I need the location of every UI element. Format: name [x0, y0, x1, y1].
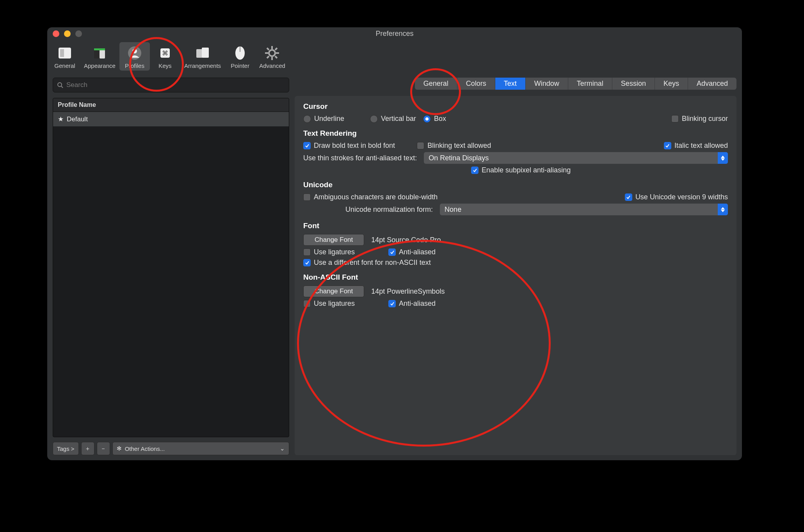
tab-advanced[interactable]: Advanced: [688, 78, 736, 90]
toolbar-item-profiles[interactable]: Profiles: [119, 42, 150, 71]
tab-window[interactable]: Window: [526, 78, 568, 90]
svg-line-19: [275, 56, 277, 58]
font-ligatures-checkbox[interactable]: Use ligatures: [303, 248, 355, 256]
toolbar-label: Keys: [158, 62, 171, 69]
thin-strokes-label: Use thin strokes for anti-aliased text:: [303, 154, 417, 162]
text-panel: Cursor Underline Vertical bar Box Blinki…: [295, 96, 736, 455]
font-heading: Font: [303, 222, 728, 230]
toolbar-item-advanced[interactable]: Advanced: [255, 42, 289, 71]
toolbar-item-appearance[interactable]: Appearance: [80, 42, 119, 71]
chevron-down-icon: ⌄: [280, 445, 285, 452]
detail-pane: General Colors Text Window Terminal Sess…: [295, 78, 736, 455]
profiles-icon: [126, 44, 143, 62]
traffic-lights: [53, 30, 82, 37]
profile-list: Profile Name ★ Default: [53, 98, 289, 437]
unicode-v9-checkbox[interactable]: Use Unicode version 9 widths: [625, 193, 728, 201]
toolbar-label: General: [54, 62, 75, 69]
italic-checkbox[interactable]: Italic text allowed: [664, 142, 728, 150]
toolbar-item-pointer[interactable]: Pointer: [225, 42, 255, 71]
norm-select[interactable]: None: [440, 204, 728, 215]
remove-profile-button[interactable]: －: [97, 442, 110, 455]
tab-text[interactable]: Text: [495, 78, 526, 90]
font-current: 14pt Source Code Pro: [371, 236, 441, 244]
toolbar-item-arrangements[interactable]: Arrangements: [180, 42, 225, 71]
subpixel-checkbox[interactable]: Enable subpixel anti-aliasing: [471, 166, 571, 174]
body: Profile Name ★ Default Tags > ＋ － ✻ Othe…: [47, 74, 742, 461]
svg-rect-4: [94, 48, 105, 50]
norm-label: Unicode normalization form:: [345, 206, 433, 214]
arrangements-icon: [194, 44, 211, 62]
tab-session[interactable]: Session: [612, 78, 655, 90]
toolbar-label: Profiles: [125, 62, 144, 69]
ambiguous-checkbox[interactable]: Ambiguous characters are double-width: [303, 193, 438, 201]
titlebar: Preferences: [47, 27, 742, 40]
tab-terminal[interactable]: Terminal: [568, 78, 612, 90]
svg-rect-1: [60, 49, 64, 57]
toolbar-label: Arrangements: [184, 62, 221, 69]
blinking-cursor-checkbox[interactable]: Blinking cursor: [671, 115, 728, 123]
font-aa-checkbox[interactable]: Anti-aliased: [388, 248, 436, 256]
select-arrows-icon: [718, 204, 728, 215]
cursor-vertical-radio[interactable]: Vertical bar: [370, 115, 416, 123]
appearance-icon: [91, 44, 108, 62]
svg-line-20: [275, 48, 277, 50]
svg-line-23: [61, 86, 63, 88]
close-button[interactable]: [53, 30, 59, 37]
toolbar-label: Pointer: [231, 62, 249, 69]
window-title: Preferences: [47, 30, 742, 38]
svg-point-13: [269, 50, 275, 56]
search-icon: [57, 82, 63, 88]
rendering-heading: Text Rendering: [303, 129, 728, 138]
add-profile-button[interactable]: ＋: [81, 442, 94, 455]
non-ascii-aa-checkbox[interactable]: Anti-aliased: [388, 300, 436, 308]
keys-icon: ⌘: [157, 44, 174, 62]
advanced-icon: [263, 44, 281, 62]
profile-name: Default: [67, 115, 88, 123]
tab-keys[interactable]: Keys: [655, 78, 688, 90]
svg-text:⌘: ⌘: [162, 50, 168, 57]
svg-rect-10: [202, 48, 209, 58]
toolbar: General Appearance Profiles ⌘ Keys Arran…: [47, 40, 742, 74]
non-ascii-ligatures-checkbox[interactable]: Use ligatures: [303, 300, 355, 308]
change-non-ascii-font-button[interactable]: Change Font: [303, 286, 364, 297]
svg-line-18: [267, 48, 269, 50]
toolbar-item-keys[interactable]: ⌘ Keys: [150, 42, 180, 71]
cursor-underline-radio[interactable]: Underline: [303, 115, 344, 123]
non-ascii-current: 14pt PowerlineSymbols: [371, 287, 445, 296]
thin-strokes-select[interactable]: On Retina Displays: [424, 152, 728, 164]
profile-row-default[interactable]: ★ Default: [53, 112, 289, 126]
select-arrows-icon: [718, 152, 728, 164]
svg-line-21: [267, 56, 269, 58]
star-icon: ★: [58, 115, 64, 123]
preferences-window: Preferences General Appearance Profiles …: [47, 27, 742, 460]
toolbar-label: Advanced: [259, 62, 285, 69]
zoom-button[interactable]: [75, 30, 82, 37]
change-font-button[interactable]: Change Font: [303, 234, 364, 246]
non-ascii-heading: Non-ASCII Font: [303, 273, 728, 282]
unicode-heading: Unicode: [303, 181, 728, 189]
tab-general[interactable]: General: [415, 78, 457, 90]
cursor-box-radio[interactable]: Box: [423, 115, 446, 123]
toolbar-label: Appearance: [84, 62, 116, 69]
gear-icon: ✻: [117, 445, 122, 452]
toolbar-item-general[interactable]: General: [50, 42, 80, 71]
bold-checkbox[interactable]: Draw bold text in bold font: [303, 142, 395, 150]
other-actions-button[interactable]: ✻ Other Actions... ⌄: [112, 442, 289, 455]
pointer-icon: [231, 44, 249, 62]
svg-rect-9: [196, 49, 203, 58]
blinking-text-checkbox[interactable]: Blinking text allowed: [417, 142, 491, 150]
search-input[interactable]: [66, 81, 285, 89]
search-field[interactable]: [53, 78, 289, 92]
profile-tabs: General Colors Text Window Terminal Sess…: [415, 78, 736, 90]
cursor-heading: Cursor: [303, 102, 728, 111]
diff-font-checkbox[interactable]: Use a different font for non-ASCII text: [303, 259, 431, 267]
svg-point-6: [132, 49, 137, 53]
svg-point-22: [58, 83, 62, 87]
minimize-button[interactable]: [64, 30, 71, 37]
profile-list-header: Profile Name: [53, 98, 289, 112]
sidebar: Profile Name ★ Default Tags > ＋ － ✻ Othe…: [53, 78, 289, 455]
tags-button[interactable]: Tags >: [53, 442, 79, 455]
sidebar-bottom: Tags > ＋ － ✻ Other Actions... ⌄: [53, 442, 289, 455]
tab-colors[interactable]: Colors: [457, 78, 495, 90]
general-icon: [56, 44, 73, 62]
